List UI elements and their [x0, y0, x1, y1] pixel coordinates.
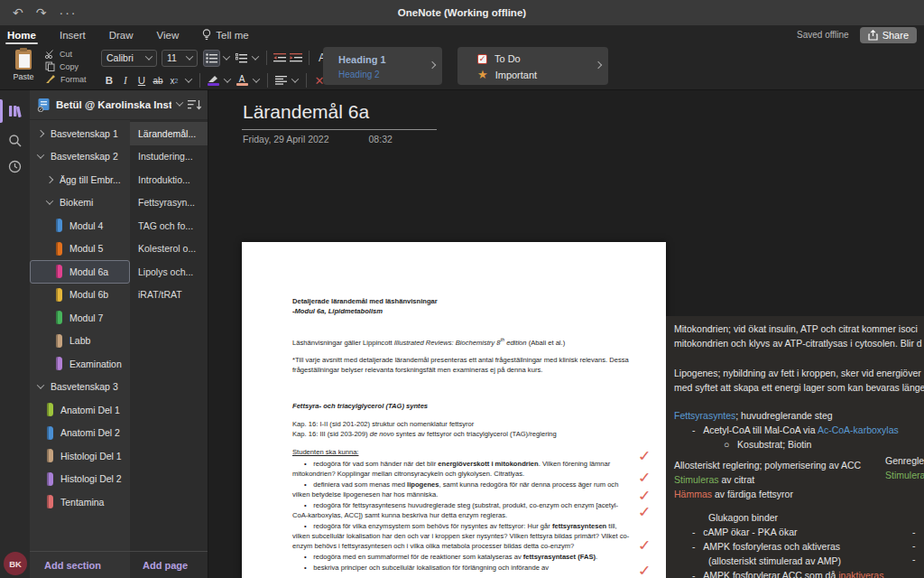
clipboard-icon	[13, 47, 34, 70]
sidebar-section-basvetenskap-3[interactable]: Basvetenskap 3	[30, 376, 130, 399]
outdent-button[interactable]	[272, 50, 288, 67]
underline-button[interactable]: U	[134, 72, 150, 89]
sidebar-section-biokemi[interactable]: Biokemi	[30, 191, 130, 215]
font-color-button[interactable]: A	[234, 72, 250, 89]
sidebar-page-item[interactable]: Introduktio...	[130, 168, 208, 191]
add-page-button[interactable]: Add page	[130, 551, 208, 578]
recent-notes-button[interactable]	[0, 154, 30, 179]
sidebar-page-item[interactable]: Lärandemål...	[130, 122, 208, 145]
todo-checkbox-icon: ✓	[477, 54, 487, 64]
note-text-line: - cAMP ökar - PKA ökar	[674, 525, 924, 539]
style-heading1[interactable]: Heading 1	[338, 54, 386, 65]
ribbon-tab-draw[interactable]: Draw	[109, 30, 134, 41]
style-heading2[interactable]: Heading 2	[338, 70, 380, 79]
embedded-document-printout[interactable]: Detaljerade lärandemål med läshänvisning…	[242, 242, 666, 578]
sidebar-section-modul-6a[interactable]: Modul 6a	[30, 260, 130, 284]
avatar[interactable]: BK	[4, 552, 27, 575]
chevron-right-icon[interactable]	[46, 176, 53, 183]
chevron-down-icon[interactable]	[252, 52, 259, 60]
copy-button[interactable]: Copy	[45, 61, 87, 71]
bold-button[interactable]: B	[101, 72, 117, 89]
sections-column: Basvetenskap 1Basvetenskap 2Ägg till Emb…	[30, 90, 130, 578]
ribbon-tab-insert[interactable]: Insert	[60, 30, 86, 41]
section-label: Modul 7	[69, 312, 103, 323]
sidebar-section-modul-5[interactable]: Modul 5	[30, 238, 130, 261]
search-button[interactable]	[0, 127, 30, 153]
chevron-down-icon[interactable]	[185, 75, 192, 82]
sidebar-section--gg-till-embr-[interactable]: Ägg till Embr...	[30, 168, 130, 191]
document-bullet-item: • redogöra för fettsyrasyntesens huvudre…	[292, 500, 633, 520]
sidebar-section-examination[interactable]: Examination	[30, 352, 130, 376]
sidebar-section-modul-6b[interactable]: Modul 6b	[30, 284, 130, 307]
sidebar-section-modul-7[interactable]: Modul 7	[30, 306, 130, 330]
note-text-line: Mitokondrien; vid ökat insulin, ATP och …	[674, 322, 924, 336]
sidebar-page-item[interactable]: Kolesterol o...	[130, 238, 208, 261]
format-painter-button[interactable]: Format	[45, 74, 87, 84]
chevron-down-icon[interactable]	[253, 75, 260, 82]
document-paragraph: Studenten ska kunna:	[292, 447, 633, 457]
note-canvas[interactable]: Lärandemål 6a Friday, 29 April 2022 08:3…	[208, 90, 924, 578]
chevron-down-icon[interactable]	[37, 382, 44, 389]
sort-icon[interactable]	[188, 99, 202, 111]
sidebar-section-tentamina[interactable]: Tentamina	[30, 490, 130, 514]
note-text-dash: -	[912, 526, 916, 539]
titlebar: ↶ ↷ ··· OneNote (Working offline)	[0, 0, 924, 25]
chevron-down-icon[interactable]	[37, 152, 44, 159]
numbered-list-button[interactable]	[233, 50, 249, 67]
section-color-tab	[47, 426, 53, 440]
sidebar-page-item[interactable]: Lipolys och...	[130, 260, 208, 284]
sidebar-page-item[interactable]: TAG och fo...	[130, 214, 208, 238]
ribbon-tab-view[interactable]: View	[157, 30, 180, 41]
note-text-line: Genregler	[885, 453, 924, 468]
tag-important[interactable]: ★ Important	[477, 70, 537, 80]
highlight-color-button[interactable]	[205, 72, 221, 89]
bullet-list-button[interactable]	[203, 50, 220, 67]
sidebar-section-basvetenskap-2[interactable]: Basvetenskap 2	[30, 145, 130, 169]
font-name-select[interactable]: Calibri	[101, 50, 157, 67]
sidebar-section-histologi-del-2[interactable]: Histologi Del 2	[30, 468, 130, 491]
share-button[interactable]: Share	[860, 27, 917, 43]
sidebar-section-modul-4[interactable]: Modul 4	[30, 214, 130, 238]
sidebar-section-histologi-del-1[interactable]: Histologi Del 1	[30, 444, 130, 468]
paragraph-alignment-button[interactable]	[273, 72, 289, 89]
chevron-down-icon[interactable]	[46, 198, 53, 205]
section-label: Examination	[69, 359, 122, 369]
ink-checkmark: ✓	[637, 562, 653, 578]
undo-icon[interactable]: ↶	[13, 5, 23, 20]
redo-icon[interactable]: ↷	[36, 5, 47, 20]
subscript-button[interactable]: x2	[166, 72, 182, 89]
section-color-tab	[47, 472, 53, 486]
sidebar-section-basvetenskap-1[interactable]: Basvetenskap 1	[30, 122, 130, 145]
sidebar-section-anatomi-del-1[interactable]: Anatomi Del 1	[30, 398, 130, 422]
notebooks-button[interactable]	[0, 98, 30, 124]
sidebar-page-item[interactable]: Fettsyrasyn...	[130, 191, 208, 215]
chevron-right-icon[interactable]	[595, 61, 602, 69]
note-text-container[interactable]: Mitokondrien; vid ökat insulin, ATP och …	[666, 316, 924, 578]
sidebar-page-item[interactable]: Instudering...	[130, 145, 208, 169]
section-label: Modul 6a	[69, 266, 108, 277]
italic-button[interactable]: I	[117, 72, 134, 89]
ribbon-tab-home[interactable]: Home	[7, 30, 36, 41]
sidebar-section-labb[interactable]: Labb	[30, 330, 130, 353]
indent-button[interactable]	[288, 50, 304, 67]
paste-button[interactable]: Paste	[7, 47, 40, 81]
chevron-right-icon[interactable]	[429, 61, 436, 69]
ribbon-tab-tell-me[interactable]: Tell me	[202, 29, 248, 41]
add-section-button[interactable]: Add section	[30, 551, 130, 578]
sidebar-section-anatomi-del-2[interactable]: Anatomi Del 2	[30, 422, 130, 445]
cut-button[interactable]: Cut	[45, 49, 87, 59]
notebook-switcher[interactable]: Betül @ Karolinska Inst...	[30, 90, 208, 120]
sidebar-page-item[interactable]: iRAT/tRAT	[130, 284, 208, 307]
section-color-tab	[56, 311, 62, 324]
chevron-right-icon[interactable]	[37, 130, 44, 137]
search-icon	[8, 134, 22, 147]
tag-todo[interactable]: ✓ To Do	[477, 53, 521, 64]
strikethrough-button[interactable]: ab	[150, 72, 166, 89]
chevron-down-icon[interactable]	[224, 75, 231, 82]
note-text-line: - AMPK fosforylerar ACC som då inaktiver…	[674, 568, 924, 578]
font-size-select[interactable]: 11	[162, 50, 198, 67]
chevron-down-icon[interactable]	[223, 52, 230, 60]
page-title[interactable]: Lärandemål 6a	[243, 101, 369, 123]
chevron-down-icon[interactable]	[291, 75, 299, 82]
more-icon[interactable]: ···	[59, 5, 77, 20]
